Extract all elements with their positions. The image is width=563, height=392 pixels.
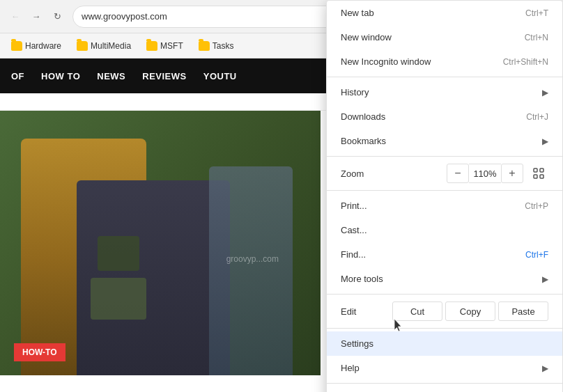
menu-item-downloads[interactable]: Downloads Ctrl+J (327, 104, 562, 129)
svg-rect-5 (534, 175, 537, 178)
site-watermark: groovyp...com (226, 254, 279, 264)
article-image: HOW-TO groovyp...com (0, 111, 321, 375)
menu-divider-2 (327, 156, 562, 157)
menu-item-exit[interactable]: Exit (327, 386, 562, 392)
menu-item-help[interactable]: Help ▶ (327, 356, 562, 380)
zoom-fullscreen-button[interactable] (529, 164, 548, 183)
bookmark-tasks[interactable]: Tasks (193, 38, 240, 54)
svg-rect-4 (540, 168, 543, 172)
refresh-button[interactable]: ↻ (47, 7, 67, 26)
menu-item-find[interactable]: Find... Ctrl+F (327, 242, 562, 267)
menu-item-bookmarks[interactable]: Bookmarks ▶ (327, 129, 562, 153)
menu-item-history[interactable]: History ▶ (327, 80, 562, 104)
menu-item-new-window[interactable]: New window Ctrl+N (327, 25, 562, 49)
folder-icon (199, 41, 210, 51)
folder-icon (146, 41, 157, 51)
paste-button[interactable]: Paste (498, 301, 548, 321)
menu-divider-6 (327, 383, 562, 384)
nav-news[interactable]: NEWS (97, 71, 125, 81)
svg-rect-6 (540, 175, 543, 178)
menu-item-new-incognito[interactable]: New Incognito window Ctrl+Shift+N (327, 49, 562, 74)
nav-of[interactable]: OF (11, 71, 24, 81)
menu-item-settings[interactable]: Settings (327, 331, 562, 356)
zoom-row: Zoom − 110% + (327, 159, 562, 187)
menu-divider-1 (327, 77, 562, 77)
dropdown-menu: New tab Ctrl+T New window Ctrl+N New Inc… (326, 0, 563, 392)
cut-button[interactable]: Cut (392, 301, 442, 321)
nav-youtube[interactable]: YOUTU (203, 71, 237, 81)
back-button[interactable]: ← (6, 7, 25, 26)
nav-buttons: ← → ↻ (6, 7, 67, 26)
copy-button[interactable]: Copy (445, 301, 495, 321)
bookmark-multimedia[interactable]: MultiMedia (71, 38, 137, 54)
bookmark-hardware[interactable]: Hardware (6, 38, 67, 54)
zoom-plus-button[interactable]: + (501, 164, 523, 183)
menu-item-print[interactable]: Print... Ctrl+P (327, 194, 562, 218)
nav-howto[interactable]: HOW TO (41, 71, 80, 81)
zoom-controls: − 110% + (447, 164, 523, 183)
menu-item-new-tab[interactable]: New tab Ctrl+T (327, 1, 562, 25)
forward-button[interactable]: → (26, 7, 46, 26)
menu-divider-3 (327, 190, 562, 191)
howto-badge: HOW-TO (14, 343, 65, 361)
folder-icon (77, 41, 88, 51)
folder-icon (11, 41, 22, 51)
zoom-minus-button[interactable]: − (447, 164, 469, 183)
menu-item-cast[interactable]: Cast... (327, 218, 562, 242)
menu-divider-4 (327, 294, 562, 295)
nav-reviews[interactable]: REVIEWS (142, 71, 186, 81)
menu-divider-5 (327, 328, 562, 329)
svg-rect-3 (534, 168, 537, 172)
menu-item-more-tools[interactable]: More tools ▶ (327, 267, 562, 291)
edit-row: Edit Cut Copy Paste (327, 297, 562, 325)
bookmark-msft[interactable]: MSFT (141, 38, 189, 54)
zoom-value: 110% (469, 164, 501, 183)
